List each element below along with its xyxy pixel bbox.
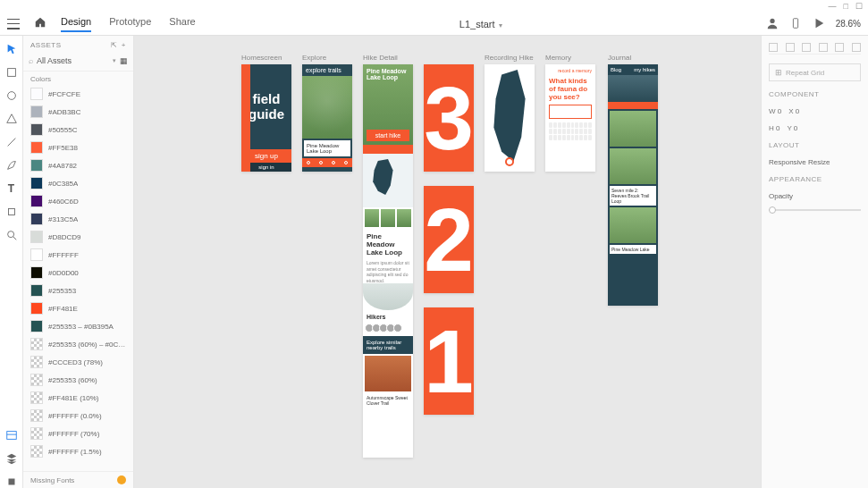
opacity-label: Opacity	[769, 192, 861, 200]
plugins-panel-icon[interactable]	[5, 475, 18, 488]
color-swatch[interactable]: #4A8782	[27, 156, 130, 174]
artboard-label[interactable]: Memory	[545, 54, 571, 62]
start-hike-button: start hike	[367, 130, 409, 141]
mode-tabs: Design Prototype Share	[61, 16, 196, 32]
memory-question: What kinds of fauna do you see?	[549, 77, 592, 101]
opacity-slider[interactable]	[769, 209, 861, 211]
color-swatch[interactable]: #460C6D	[27, 192, 130, 210]
svg-rect-2	[7, 69, 15, 77]
artboard-label[interactable]: Journal	[608, 54, 631, 62]
height-field[interactable]: H 0	[769, 124, 780, 132]
artboard-journal[interactable]: Journal Blogmy hikes Seven mile 2: Reeve…	[608, 64, 658, 306]
zoom-value[interactable]: 28.6%	[836, 19, 861, 29]
color-swatch[interactable]: #ADB3BC	[27, 103, 130, 121]
canvas[interactable]: Homescreen field guide sign up sign in E…	[134, 36, 761, 488]
artboard-label[interactable]: Homescreen	[241, 54, 282, 62]
menubar: Design Prototype Share L1_start▾ 28.6%	[0, 13, 868, 36]
responsive-resize[interactable]: Responsive Resize	[769, 158, 861, 166]
trail-card: Pine Meadow Lake Loop	[304, 140, 350, 156]
svg-point-3	[7, 92, 15, 100]
color-swatch[interactable]: #FF5E38	[27, 139, 130, 156]
color-swatch[interactable]: #50555C	[27, 121, 130, 139]
component-section: COMPONENT	[769, 90, 861, 98]
color-swatch[interactable]: #FFFFFF (0.0%)	[27, 407, 130, 425]
color-swatch[interactable]: #FCFCFE	[27, 85, 130, 103]
assets-filter[interactable]: ⌕ All Assets ▾ ▦	[23, 55, 133, 72]
artboard-homescreen[interactable]: Homescreen field guide sign up sign in	[241, 64, 291, 172]
grid-view-icon[interactable]: ▦	[120, 56, 128, 65]
tab-design[interactable]: Design	[61, 16, 91, 32]
pen-tool[interactable]	[5, 159, 18, 172]
artboard-countdown-2[interactable]: Countdown-2 2	[424, 186, 474, 293]
y-field[interactable]: Y 0	[787, 124, 797, 132]
artboard-explore[interactable]: Explore explore trails Pine Meadow Lake …	[302, 64, 352, 172]
layers-panel-icon[interactable]	[5, 452, 18, 465]
color-swatch[interactable]: #FFFFFF (70%)	[27, 425, 130, 442]
select-tool[interactable]	[5, 43, 18, 55]
align-controls[interactable]	[769, 41, 861, 55]
colors-section-label: Colors	[23, 72, 133, 85]
search-icon: ⌕	[29, 56, 33, 65]
color-swatch[interactable]: #0C385A	[27, 174, 130, 192]
artboard-label[interactable]: Recording Hike	[485, 54, 534, 62]
appearance-section: APPEARANCE	[769, 175, 861, 183]
color-swatch[interactable]: #255353	[27, 282, 130, 299]
ellipse-tool[interactable]	[5, 89, 18, 102]
text-tool[interactable]: T	[5, 182, 18, 195]
color-swatch[interactable]: #255353 (60%)	[27, 371, 130, 389]
hikers-label: Hikers	[363, 310, 413, 324]
home-icon[interactable]	[34, 16, 46, 31]
svg-point-0	[770, 18, 774, 22]
rectangle-tool[interactable]	[5, 66, 18, 79]
line-tool[interactable]	[5, 136, 18, 148]
user-icon[interactable]	[766, 17, 779, 31]
hamburger-icon[interactable]	[7, 19, 20, 29]
artboard-label[interactable]: Explore	[302, 54, 326, 62]
color-swatch[interactable]: #D8DCD9	[27, 228, 130, 246]
window-controls: — □ ☐	[0, 0, 868, 13]
filter-value: All Assets	[37, 56, 109, 65]
color-swatch[interactable]: #313C5A	[27, 210, 130, 228]
svg-rect-6	[6, 432, 16, 440]
color-swatch[interactable]: #255353 (60%) – #0C385A (60%)	[27, 335, 130, 353]
explore-header: explore trails	[302, 64, 352, 76]
link-icon[interactable]: ⇱	[111, 41, 118, 49]
artboard-hike-detail[interactable]: Hike Detail Pine MeadowLake Loopstart hi…	[363, 64, 413, 458]
close-icon[interactable]: ☐	[855, 2, 863, 11]
color-swatch[interactable]: #CCCED3 (78%)	[27, 353, 130, 371]
svg-point-5	[7, 231, 13, 238]
assets-panel: ASSETS ⇱+ ⌕ All Assets ▾ ▦ Colors #FCFCF…	[23, 36, 134, 488]
swatch-list: #FCFCFE#ADB3BC#50555C#FF5E38#4A8782#0C38…	[23, 85, 133, 471]
tab-prototype[interactable]: Prototype	[109, 16, 151, 32]
assets-panel-icon[interactable]	[5, 429, 18, 442]
color-swatch[interactable]: #FFFFFF	[27, 246, 130, 264]
add-icon[interactable]: +	[122, 41, 126, 49]
x-field[interactable]: X 0	[788, 107, 799, 115]
missing-fonts-row[interactable]: Missing Fonts	[23, 471, 133, 488]
document-title[interactable]: L1_start▾	[210, 19, 752, 29]
artboard-countdown-3[interactable]: Countdown-3 3	[424, 64, 474, 172]
svg-rect-1	[793, 18, 797, 28]
maximize-icon[interactable]: □	[844, 2, 848, 11]
color-swatch[interactable]: #0D0D00	[27, 264, 130, 282]
color-swatch[interactable]: #FF481E (10%)	[27, 389, 130, 407]
tab-share[interactable]: Share	[169, 16, 195, 32]
polygon-tool[interactable]	[5, 113, 18, 125]
zoom-tool[interactable]	[5, 229, 18, 241]
color-swatch[interactable]: #255353 – #0B395A	[27, 317, 130, 335]
artboard-label[interactable]: Hike Detail	[363, 54, 398, 62]
artboard-countdown-1[interactable]: Countdown-1 1	[424, 307, 474, 415]
artboard-memory[interactable]: Memory record a memory What kinds of fau…	[545, 64, 595, 172]
minimize-icon[interactable]: —	[829, 2, 837, 11]
device-icon[interactable]	[789, 17, 802, 31]
play-icon[interactable]	[813, 17, 825, 31]
artboard-tool[interactable]	[5, 206, 18, 218]
color-swatch[interactable]: #FFFFFF (1.5%)	[27, 442, 130, 460]
repeat-grid-button[interactable]: Repeat Grid	[769, 63, 861, 81]
tool-column: T	[0, 36, 23, 488]
chevron-down-icon: ▾	[499, 21, 502, 29]
color-swatch[interactable]: #FF481E	[27, 299, 130, 317]
warning-icon	[117, 475, 126, 484]
width-field[interactable]: W 0	[769, 107, 781, 115]
artboard-recording-hike[interactable]: Recording Hike	[485, 64, 535, 172]
